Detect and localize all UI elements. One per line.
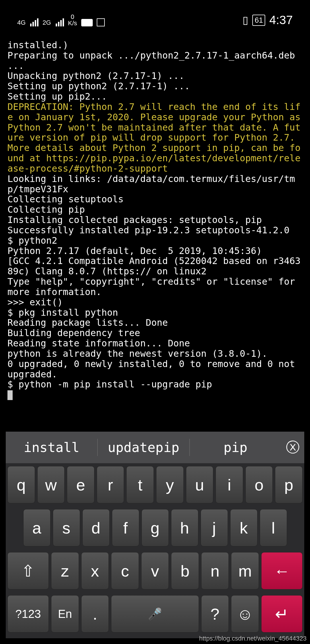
key-j[interactable]: j	[201, 509, 228, 546]
language-key[interactable]: En	[51, 595, 79, 633]
terminal-line: [GCC 4.2.1 Compatible Android (5220042 b…	[7, 256, 303, 277]
key-r[interactable]: r	[97, 466, 124, 503]
battery-level: 61	[252, 15, 265, 26]
terminal-line: Building dependency tree	[7, 328, 303, 338]
key-u[interactable]: u	[186, 466, 214, 503]
terminal-line: Type "help", "copyright", "credits" or "…	[7, 277, 303, 297]
signal-bars-1-icon	[30, 18, 38, 26]
suggestion-3[interactable]: pip	[190, 440, 281, 455]
key-i[interactable]: i	[216, 466, 243, 503]
key-o[interactable]: o	[245, 466, 273, 503]
key-n[interactable]: n	[201, 552, 229, 589]
terminal-line: Python 2.7.17 (default, Dec 5 2019, 10:4…	[7, 246, 303, 256]
terminal-line: DEPRECATION: Python 2.7 will reach the e…	[7, 102, 303, 174]
question-key[interactable]: ?	[201, 595, 229, 633]
key-k[interactable]: k	[230, 509, 257, 546]
close-suggestions-icon[interactable]: ⓧ	[281, 438, 304, 457]
key-t[interactable]: t	[126, 466, 154, 503]
key-s[interactable]: s	[53, 509, 80, 546]
numeric-switch-key[interactable]: ?123	[7, 595, 49, 633]
key-v[interactable]: v	[141, 552, 169, 589]
terminal-line: Looking in links: /data/data/com.termux/…	[7, 174, 303, 195]
terminal-line: 0 upgraded, 0 newly installed, 0 to remo…	[7, 359, 303, 380]
emoji-key[interactable]: ☺	[231, 595, 259, 633]
cursor	[7, 390, 13, 400]
key-a[interactable]: a	[23, 509, 51, 546]
vibrate-icon: ▯	[243, 14, 248, 26]
backspace-key[interactable]: ←	[261, 552, 303, 589]
terminal-line: Successfully installed pip-19.2.3 setupt…	[7, 225, 303, 236]
terminal-line: Collecting setuptools	[7, 194, 303, 205]
soft-keyboard: install updatepip pip ⓧ qwertyuiop asdfg…	[6, 432, 304, 638]
enter-key[interactable]: ↵	[261, 595, 303, 633]
square-icon	[97, 18, 105, 26]
signal-bars-2-icon	[56, 18, 64, 26]
network2-label: 2G	[42, 19, 51, 26]
key-l[interactable]: l	[260, 509, 287, 546]
key-f[interactable]: f	[112, 509, 139, 546]
terminal-line: Preparing to unpack .../python2_2.7.17-1…	[7, 51, 303, 71]
key-w[interactable]: w	[37, 466, 65, 503]
terminal-line: Reading package lists... Done	[7, 318, 303, 328]
terminal-line: Installing collected packages: setuptool…	[7, 215, 303, 225]
terminal-line: $ python2	[7, 236, 303, 246]
terminal-line: Setting up python2 (2.7.17-1) ...	[7, 81, 303, 92]
key-z[interactable]: z	[51, 552, 79, 589]
terminal-line: $ pkg install python	[7, 308, 303, 318]
space-key[interactable]: 🎤	[111, 595, 199, 633]
suggestion-2[interactable]: updatepip	[98, 440, 189, 455]
key-y[interactable]: y	[156, 466, 184, 503]
key-e[interactable]: e	[67, 466, 94, 503]
period-key[interactable]: .	[81, 595, 109, 633]
key-q[interactable]: q	[7, 466, 35, 503]
terminal-line: Reading state information... Done	[7, 338, 303, 349]
terminal-line: python is already the newest version (3.…	[7, 349, 303, 359]
terminal-line: $ python -m pip install --upgrade pip	[7, 379, 303, 390]
key-g[interactable]: g	[142, 509, 169, 546]
shift-key[interactable]: ⇧	[7, 552, 49, 589]
key-h[interactable]: h	[171, 509, 198, 546]
watermark: https://blog.csdn.net/weixin_45644323	[199, 635, 307, 642]
suggestion-bar: install updatepip pip ⓧ	[6, 432, 304, 463]
key-p[interactable]: p	[275, 466, 303, 503]
terminal-output[interactable]: installed.)Preparing to unpack .../pytho…	[6, 40, 304, 400]
terminal-line: >>> exit()	[7, 297, 303, 308]
key-c[interactable]: c	[111, 552, 139, 589]
terminal-line: installed.)	[7, 40, 303, 51]
key-d[interactable]: d	[82, 509, 110, 546]
terminal-line: Unpacking python2 (2.7.17-1) ...	[7, 71, 303, 81]
camera-icon	[81, 19, 93, 26]
clock: 4:37	[269, 13, 293, 27]
key-m[interactable]: m	[231, 552, 259, 589]
terminal-line: Setting up pip2...	[7, 92, 303, 102]
key-x[interactable]: x	[81, 552, 109, 589]
terminal-line: Collecting pip	[7, 205, 303, 215]
key-b[interactable]: b	[171, 552, 199, 589]
network1-label: 4G	[17, 19, 26, 26]
status-bar: 4G 2G 0 K/s ▯ 61 4:37	[6, 0, 304, 40]
suggestion-1[interactable]: install	[6, 440, 97, 455]
net-speed: 0 K/s	[68, 14, 77, 26]
